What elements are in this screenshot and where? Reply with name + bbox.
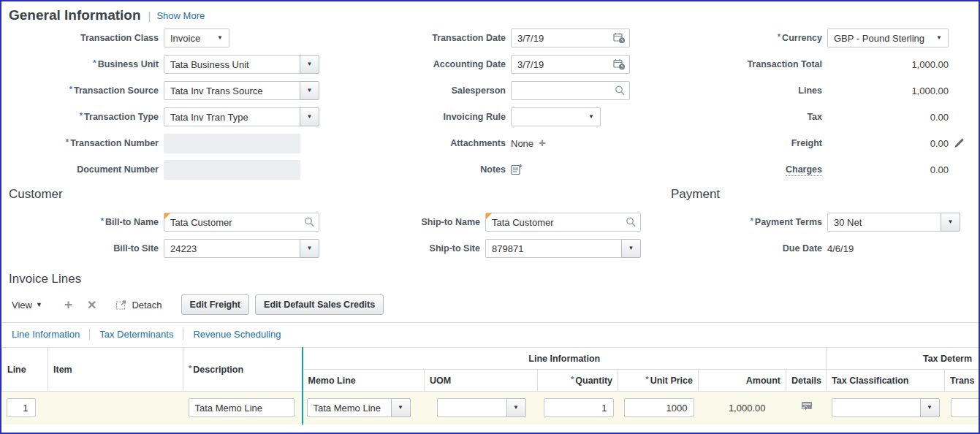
column-header-memo-line[interactable]: Memo Line xyxy=(303,370,425,392)
quantity-input[interactable] xyxy=(544,398,614,417)
delete-row-button[interactable]: ✕ xyxy=(87,298,96,312)
column-header-description[interactable]: *Description xyxy=(183,348,303,392)
business-unit-label: *Business Unit xyxy=(1,58,159,70)
edit-freight-pencil-icon[interactable] xyxy=(953,137,965,149)
modified-field-marker xyxy=(164,213,170,219)
memo-line-dropdown-button[interactable]: ▼ xyxy=(391,398,411,417)
tab-tax-determinants[interactable]: Tax Determinants xyxy=(99,329,173,340)
date-picker-icon[interactable] xyxy=(613,58,626,70)
general-column-middle: Transaction Date Accounting Date xyxy=(328,25,648,183)
invoicing-rule-select[interactable]: ▼ xyxy=(511,107,601,126)
tab-separator xyxy=(183,329,183,340)
bill-to-site-input[interactable] xyxy=(164,239,300,258)
transaction-type-input[interactable] xyxy=(164,107,300,126)
column-header-quantity[interactable]: *Quantity xyxy=(538,370,618,392)
unit-price-input[interactable] xyxy=(624,398,694,417)
payment-section-title: Payment xyxy=(671,187,720,202)
edit-default-sales-credits-button[interactable]: Edit Default Sales Credits xyxy=(255,294,384,315)
search-icon[interactable] xyxy=(626,217,637,228)
date-picker-icon[interactable] xyxy=(613,32,626,44)
transaction-class-value: Invoice xyxy=(170,33,200,44)
column-header-unit-price[interactable]: *Unit Price xyxy=(618,370,699,392)
due-date-value: 4/6/19 xyxy=(827,243,854,254)
salesperson-label: Salesperson xyxy=(328,85,506,96)
detach-button[interactable]: Detach xyxy=(115,300,162,311)
charges-label[interactable]: Charges xyxy=(648,164,822,175)
column-header-uom[interactable]: UOM xyxy=(425,370,538,392)
accounting-date-input[interactable] xyxy=(511,55,630,74)
business-unit-input[interactable] xyxy=(164,55,300,74)
transaction-type-dropdown-button[interactable]: ▼ xyxy=(300,107,319,126)
required-marker: * xyxy=(80,111,83,120)
ship-to-column: Ship-to Name Ship-to Site ▼ xyxy=(328,209,648,262)
invoicing-rule-label: Invoicing Rule xyxy=(328,112,506,123)
search-icon[interactable] xyxy=(615,85,626,96)
column-header-tax-classification[interactable]: Tax Classification xyxy=(827,370,945,392)
column-header-trans[interactable]: Trans xyxy=(945,370,980,392)
item-cell[interactable] xyxy=(48,392,183,425)
ship-to-site-input[interactable] xyxy=(485,239,622,258)
charges-value: 0.00 xyxy=(827,164,949,175)
business-unit-dropdown-button[interactable]: ▼ xyxy=(300,55,319,74)
create-note-icon[interactable] xyxy=(511,164,523,175)
currency-label: *Currency xyxy=(648,32,822,44)
lines-total-value: 1,000.00 xyxy=(827,85,949,96)
ship-to-site-dropdown-button[interactable]: ▼ xyxy=(621,239,641,258)
description-input[interactable] xyxy=(189,398,295,417)
amount-cell: 1,000.00 xyxy=(699,392,786,425)
transaction-source-input[interactable] xyxy=(164,81,300,100)
invoice-create-page: General Information | Show More Transact… xyxy=(0,0,980,434)
payment-terms-input[interactable] xyxy=(827,213,941,232)
uom-input[interactable] xyxy=(437,398,507,417)
line-number-input[interactable] xyxy=(7,398,36,417)
tab-separator xyxy=(89,329,90,340)
group-header-line-information: Line Information xyxy=(303,348,827,370)
invoice-line-row: ▼ ▼ xyxy=(2,392,980,425)
invoice-lines-subtabs: Line Information Tax Determinants Revenu… xyxy=(1,322,979,345)
ship-to-site-label: Ship-to Site xyxy=(328,243,480,254)
group-header-tax-determinants: Tax Determ xyxy=(827,348,980,370)
add-row-button[interactable]: + xyxy=(64,297,72,313)
column-header-details[interactable]: Details xyxy=(786,370,827,392)
salesperson-input[interactable] xyxy=(511,81,630,100)
general-information-header: General Information | Show More xyxy=(9,7,979,23)
details-icon[interactable] xyxy=(800,401,813,411)
bill-to-site-dropdown-button[interactable]: ▼ xyxy=(300,239,319,258)
transaction-source-dropdown-button[interactable]: ▼ xyxy=(300,81,319,100)
memo-line-cell: ▼ xyxy=(303,392,425,425)
trans-input[interactable] xyxy=(951,398,980,417)
transaction-type-label: *Transaction Type xyxy=(1,111,159,123)
unit-price-cell xyxy=(618,392,699,425)
ship-to-name-input[interactable] xyxy=(485,213,641,232)
column-header-item[interactable]: Item xyxy=(48,348,183,392)
search-icon[interactable] xyxy=(304,217,315,228)
bill-to-name-input[interactable] xyxy=(164,213,319,232)
view-menu-button[interactable]: View ▼ xyxy=(12,300,42,311)
show-more-link[interactable]: Show More xyxy=(156,10,205,21)
column-header-amount[interactable]: Amount xyxy=(699,370,786,392)
transaction-class-select[interactable]: Invoice ▼ xyxy=(164,28,229,47)
chevron-down-icon: ▼ xyxy=(307,245,313,251)
chevron-down-icon: ▼ xyxy=(948,219,954,225)
currency-select[interactable]: GBP - Pound Sterling ▼ xyxy=(827,28,949,47)
edit-freight-button[interactable]: Edit Freight xyxy=(181,294,249,315)
payment-terms-dropdown-button[interactable]: ▼ xyxy=(941,213,960,232)
memo-line-input[interactable] xyxy=(307,398,392,417)
uom-dropdown-button[interactable]: ▼ xyxy=(506,398,526,417)
chevron-down-icon: ▼ xyxy=(307,88,313,94)
column-header-line[interactable]: Line xyxy=(2,348,48,392)
add-attachment-icon[interactable]: + xyxy=(539,136,546,151)
line-number-cell xyxy=(2,392,48,425)
general-column-right: *Currency GBP - Pound Sterling ▼ Transac… xyxy=(648,25,979,183)
tab-revenue-scheduling[interactable]: Revenue Scheduling xyxy=(193,329,281,340)
transaction-date-input[interactable] xyxy=(511,28,630,47)
chevron-down-icon: ▼ xyxy=(307,114,313,120)
quantity-cell xyxy=(538,392,618,425)
tab-line-information[interactable]: Line Information xyxy=(12,329,80,340)
required-marker: * xyxy=(751,216,753,225)
attachments-value: None xyxy=(511,138,533,149)
tax-classification-input[interactable] xyxy=(832,398,921,417)
transaction-date-label: Transaction Date xyxy=(328,33,506,44)
tax-classification-dropdown-button[interactable]: ▼ xyxy=(920,398,940,417)
transaction-number-label: *Transaction Number xyxy=(1,137,159,149)
